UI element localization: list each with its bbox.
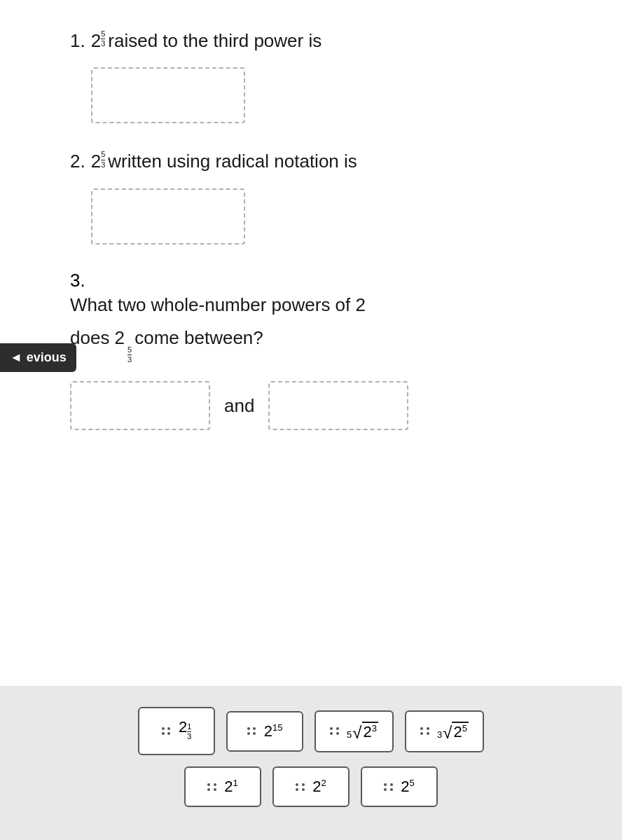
q3-text: What two whole-number powers of 2 does 2… <box>70 291 580 364</box>
drag-handle-icon <box>162 727 172 735</box>
q3-answer-row: and <box>70 381 580 430</box>
bottom-toolbar: 2 1 3 2 15 <box>0 686 622 840</box>
tile-5th-root-2-3[interactable]: 5 √ 2 3 <box>315 710 394 752</box>
drag-handle-icon <box>330 727 340 735</box>
q3-expression: 5 3 <box>127 344 132 364</box>
drag-handle-icon <box>207 783 217 791</box>
tile-2-2[interactable]: 2 2 <box>272 766 350 807</box>
tile-3rd-root-content: 3 √ 2 5 <box>437 722 469 741</box>
tile-2-1[interactable]: 2 1 <box>184 766 261 807</box>
drag-handle-icon <box>296 783 305 791</box>
q2-number: 2. <box>70 149 85 174</box>
q1-expression: 2 5 3 <box>91 28 106 53</box>
q1-number: 1. <box>70 28 85 53</box>
tile-2-1-content: 2 1 <box>224 778 237 796</box>
tile-2-one-third[interactable]: 2 1 3 <box>138 707 215 755</box>
q1-text-post: raised to the third power is <box>108 28 322 53</box>
q3-line1: What two whole-number powers of 2 <box>70 291 580 319</box>
q3-number: 3. <box>70 270 85 291</box>
tile-5th-root-content: 5 √ 2 3 <box>347 722 378 741</box>
question-2-text: 2. 2 5 3 written using radical notation … <box>70 149 580 174</box>
question-1-block: 1. 2 5 3 raised to the third power is <box>70 28 580 123</box>
q2-answer-box[interactable] <box>91 188 245 245</box>
question-2-block: 2. 2 5 3 written using radical notation … <box>70 149 580 244</box>
drag-handle-icon <box>420 727 430 735</box>
q3-answer-box-right[interactable] <box>268 381 408 430</box>
main-content: 1. 2 5 3 raised to the third power is 2.… <box>0 0 622 458</box>
previous-button[interactable]: ◄ evious <box>0 343 76 372</box>
tile-2-15-content: 2 15 <box>264 722 283 741</box>
question-3-block: 3. What two whole-number powers of 2 doe… <box>70 270 580 430</box>
tile-2-5[interactable]: 2 5 <box>361 766 438 807</box>
and-label: and <box>224 395 254 417</box>
previous-label: evious <box>27 350 67 365</box>
drag-handle-icon <box>247 727 257 735</box>
tile-2-15[interactable]: 2 15 <box>226 711 303 752</box>
tile-2-5-content: 2 5 <box>401 778 414 796</box>
q3-line2-post: come between? <box>134 324 263 352</box>
drag-handle-icon <box>384 783 394 791</box>
q3-answer-box-left[interactable] <box>70 381 210 430</box>
q1-answer-box[interactable] <box>91 67 245 123</box>
q3-line2-pre: does 2 <box>70 324 125 352</box>
prev-arrow-icon: ◄ <box>10 350 22 365</box>
q2-expression: 2 5 3 <box>91 149 106 174</box>
tile-3rd-root-2-5[interactable]: 3 √ 2 5 <box>405 710 484 752</box>
tile-2-2-content: 2 2 <box>312 778 326 796</box>
question-1-text: 1. 2 5 3 raised to the third power is <box>70 28 580 53</box>
tile-2-one-third-content: 2 1 3 <box>179 718 191 744</box>
toolbar-row-2: 2 1 2 2 <box>184 766 438 807</box>
toolbar-row-1: 2 1 3 2 15 <box>138 707 484 755</box>
q2-text-post: written using radical notation is <box>108 149 357 174</box>
